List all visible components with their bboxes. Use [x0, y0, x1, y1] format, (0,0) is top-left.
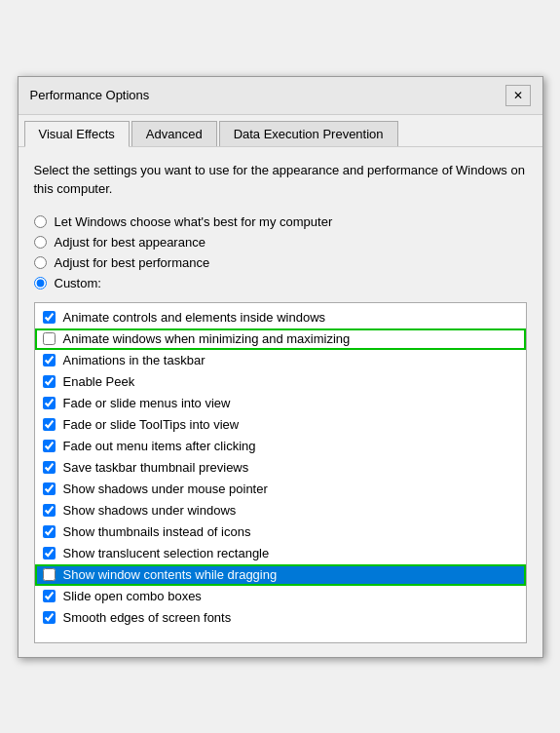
radio-custom[interactable]: Custom: — [34, 276, 527, 290]
checkbox-animate-windows[interactable] — [43, 332, 56, 345]
checkbox-slide-combo[interactable] — [43, 590, 56, 602]
checkbox-smooth-edges[interactable] — [43, 611, 56, 624]
checkbox-item-fade-slide-menus[interactable]: Fade or slide menus into view — [35, 393, 526, 414]
checkbox-label-translucent-selection: Show translucent selection rectangle — [63, 546, 270, 560]
checkbox-animate-controls[interactable] — [43, 311, 56, 324]
tab-advanced[interactable]: Advanced — [131, 121, 217, 146]
checkbox-label-window-contents-dragging: Show window contents while dragging — [63, 567, 278, 582]
checkbox-label-animate-controls: Animate controls and elements inside win… — [63, 310, 326, 325]
checkbox-fade-slide-tooltips[interactable] — [43, 418, 56, 431]
title-bar: Performance Options ✕ — [19, 77, 542, 115]
checkbox-thumbnails-icons[interactable] — [43, 525, 56, 538]
checkbox-label-thumbnails-icons: Show thumbnails instead of icons — [63, 524, 251, 539]
checkbox-label-enable-peek: Enable Peek — [63, 374, 135, 389]
performance-options-window: Performance Options ✕ Visual Effects Adv… — [18, 76, 543, 658]
checkbox-label-taskbar-thumbnails: Save taskbar thumbnail previews — [63, 460, 249, 475]
description-text: Select the settings you want to use for … — [34, 161, 527, 199]
radio-let-windows-input[interactable] — [34, 215, 47, 228]
checkbox-translucent-selection[interactable] — [43, 547, 56, 559]
checkbox-label-animate-windows: Animate windows when minimizing and maxi… — [63, 331, 351, 346]
checkbox-item-enable-peek[interactable]: Enable Peek — [35, 371, 526, 393]
radio-best-appearance[interactable]: Adjust for best appearance — [34, 235, 527, 250]
checkbox-fade-menu-items[interactable] — [43, 440, 56, 452]
close-button[interactable]: ✕ — [505, 85, 531, 106]
checkbox-label-fade-slide-tooltips: Fade or slide ToolTips into view — [63, 417, 240, 432]
checkbox-shadows-mouse[interactable] — [43, 482, 56, 495]
checkbox-item-taskbar-thumbnails[interactable]: Save taskbar thumbnail previews — [35, 457, 526, 479]
checkbox-fade-slide-menus[interactable] — [43, 397, 56, 409]
checkbox-item-animate-controls[interactable]: Animate controls and elements inside win… — [35, 307, 526, 328]
radio-best-performance[interactable]: Adjust for best performance — [34, 255, 527, 270]
radio-best-appearance-input[interactable] — [34, 236, 47, 249]
radio-custom-input[interactable] — [34, 277, 47, 289]
checkbox-item-animations-taskbar[interactable]: Animations in the taskbar — [35, 350, 526, 371]
checkbox-label-shadows-mouse: Show shadows under mouse pointer — [63, 482, 268, 496]
checkbox-item-window-contents-dragging[interactable]: Show window contents while dragging — [35, 564, 526, 586]
radio-best-performance-input[interactable] — [34, 256, 47, 269]
radio-group: Let Windows choose what's best for my co… — [34, 214, 527, 290]
title-bar-controls: ✕ — [505, 85, 531, 106]
checkbox-label-shadows-windows: Show shadows under windows — [63, 503, 237, 518]
checkbox-item-shadows-mouse[interactable]: Show shadows under mouse pointer — [35, 479, 526, 500]
checkbox-taskbar-thumbnails[interactable] — [43, 461, 56, 474]
checkbox-label-fade-slide-menus: Fade or slide menus into view — [63, 396, 231, 410]
tab-visual-effects[interactable]: Visual Effects — [24, 121, 130, 147]
checkbox-item-shadows-windows[interactable]: Show shadows under windows — [35, 500, 526, 521]
window-title: Performance Options — [30, 88, 150, 102]
checkbox-shadows-windows[interactable] — [43, 504, 56, 517]
checkbox-label-animations-taskbar: Animations in the taskbar — [63, 353, 205, 367]
checkbox-item-smooth-edges[interactable]: Smooth edges of screen fonts — [35, 607, 526, 629]
checkbox-label-slide-combo: Slide open combo boxes — [63, 589, 202, 603]
checkbox-animations-taskbar[interactable] — [43, 354, 56, 366]
checkbox-list[interactable]: Animate controls and elements inside win… — [34, 302, 527, 643]
checkbox-item-fade-slide-tooltips[interactable]: Fade or slide ToolTips into view — [35, 414, 526, 436]
radio-let-windows[interactable]: Let Windows choose what's best for my co… — [34, 214, 527, 229]
tab-dep[interactable]: Data Execution Prevention — [219, 121, 398, 146]
checkbox-item-slide-combo[interactable]: Slide open combo boxes — [35, 586, 526, 607]
checkbox-label-smooth-edges: Smooth edges of screen fonts — [63, 610, 232, 625]
tab-content: Select the settings you want to use for … — [19, 147, 542, 657]
checkbox-item-animate-windows[interactable]: Animate windows when minimizing and maxi… — [35, 328, 526, 350]
checkbox-enable-peek[interactable] — [43, 375, 56, 388]
checkbox-item-thumbnails-icons[interactable]: Show thumbnails instead of icons — [35, 521, 526, 543]
checkbox-item-fade-menu-items[interactable]: Fade out menu items after clicking — [35, 436, 526, 457]
tab-bar: Visual Effects Advanced Data Execution P… — [19, 115, 542, 147]
checkbox-label-fade-menu-items: Fade out menu items after clicking — [63, 439, 256, 453]
checkbox-item-translucent-selection[interactable]: Show translucent selection rectangle — [35, 543, 526, 564]
checkbox-window-contents-dragging[interactable] — [43, 568, 56, 581]
